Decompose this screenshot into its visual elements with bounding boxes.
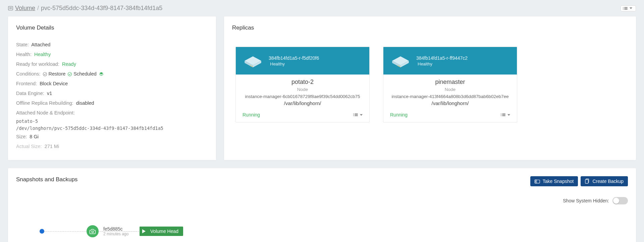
volume-details-card: Volume Details State: Attached Health: H… [8, 16, 216, 160]
replica-name: 384fb14fd1a5-r-f5df20f6 [269, 55, 319, 61]
snapshot-time: 2 minutes ago [103, 232, 128, 236]
replica-card: 384fb14fd1a5-r-f5df20f6 Healthy potato-2… [235, 47, 370, 123]
replica-node: pinemaster [387, 79, 513, 86]
chevron-down-icon [507, 114, 510, 116]
replica-health: Healthy [416, 61, 468, 66]
svg-point-20 [92, 231, 94, 233]
breadcrumb-root-link[interactable]: Volume [15, 5, 35, 12]
label-state: State: [16, 42, 29, 47]
replica-name: 384fb14fd1a5-r-ff9447c2 [416, 55, 468, 61]
svg-rect-14 [399, 66, 400, 67]
volume-details-heading: Volume Details [16, 25, 208, 31]
replica-node-label: Node [240, 87, 365, 92]
camera-icon [87, 225, 99, 237]
take-snapshot-label: Take Snapshot [543, 179, 574, 184]
chevron-down-icon [630, 7, 632, 9]
replica-state: Running [390, 112, 408, 117]
replica-path: /var/lib/longhorn/ [387, 100, 513, 106]
condition-scheduled: Scheduled [67, 69, 97, 79]
check-circle-icon [43, 72, 47, 77]
snapshots-card: Snapshots and Backups Take Snapshot Crea… [8, 168, 636, 242]
replica-card: 384fb14fd1a5-r-ff9447c2 Healthy pinemast… [383, 47, 517, 123]
value-ready: Ready [62, 61, 76, 67]
snapshot-icon [535, 179, 540, 184]
show-hidden-toggle[interactable] [612, 197, 628, 204]
breadcrumb-current: pvc-575d5ddc-334d-43f9-8147-384fb14fd1a5 [41, 5, 162, 12]
label-frontend: Frontend: [16, 81, 37, 86]
chevron-down-icon [360, 114, 363, 116]
value-engine: v1 [47, 91, 52, 96]
volume-head-node[interactable]: Volume Head [140, 227, 183, 236]
svg-point-3 [43, 72, 47, 76]
bulk-actions-icon [624, 7, 628, 10]
label-engine: Data Engine: [16, 91, 44, 96]
replica-actions-menu[interactable] [355, 113, 363, 116]
take-snapshot-button[interactable]: Take Snapshot [530, 176, 578, 186]
layers-icon [99, 71, 104, 77]
replica-path: /var/lib/longhorn/ [240, 100, 365, 106]
svg-point-4 [68, 72, 72, 76]
show-hidden-label: Show System Hidden: [563, 198, 609, 203]
svg-rect-13 [398, 65, 398, 66]
label-ready: Ready for workload: [16, 61, 59, 67]
replicas-card: Replicas 384fb14fd1a5-r-f5df20f6 Healthy… [224, 16, 636, 160]
volume-head-label: Volume Head [148, 227, 183, 235]
label-size: Size: [16, 134, 27, 139]
condition-restore-label: Restore [49, 69, 66, 79]
svg-rect-9 [252, 66, 253, 67]
replicas-heading: Replicas [232, 25, 628, 31]
value-state: Attached [31, 42, 50, 47]
page-actions-menu[interactable] [621, 5, 636, 11]
value-frontend: Block Device [40, 81, 68, 86]
bulk-actions-icon [355, 113, 358, 116]
attached-endpoint: /dev/longhorn/pvc-575d5ddc-334d-43f9-814… [16, 125, 208, 132]
replica-node: potato-2 [240, 79, 365, 86]
replica-state: Running [243, 112, 260, 117]
snapshots-heading: Snapshots and Backups [16, 176, 77, 183]
breadcrumb: Volume / pvc-575d5ddc-334d-43f9-8147-384… [8, 5, 162, 12]
check-circle-green-icon [67, 72, 72, 77]
value-rebuild: disabled [76, 100, 94, 106]
condition-scheduled-label: Scheduled [73, 69, 97, 79]
attached-node: potato-5 [16, 118, 208, 125]
disk-icon [389, 52, 412, 69]
replica-instance-manager: instance-manager-413f4664a808b3d6dd87bab… [387, 94, 513, 99]
replica-header: 384fb14fd1a5-r-ff9447c2 Healthy [383, 47, 517, 75]
svg-rect-8 [250, 65, 251, 66]
timeline-origin-dot[interactable] [40, 229, 44, 234]
replica-header: 384fb14fd1a5-r-f5df20f6 Healthy [236, 47, 369, 75]
replica-node-label: Node [387, 87, 513, 92]
value-actual: 271 Mi [45, 144, 59, 149]
replica-instance-manager: instance-manager-6cb01678729f8ae9f39c54d… [240, 94, 365, 99]
label-health: Health: [16, 52, 32, 57]
bulk-actions-icon [502, 113, 505, 116]
label-rebuild: Offline Replica Rebuilding: [16, 100, 73, 106]
value-size: 8 Gi [30, 134, 39, 139]
label-attached: Attached Node & Endpoint: [16, 110, 75, 115]
backup-icon [585, 179, 590, 184]
disk-icon [242, 52, 264, 69]
snapshot-timeline: fe5d885c 2 minutes ago Volume Head [16, 218, 628, 242]
replica-health: Healthy [269, 61, 319, 66]
breadcrumb-separator: / [37, 5, 39, 12]
snapshot-node[interactable]: fe5d885c 2 minutes ago [87, 225, 128, 237]
label-conditions: Conditions: [16, 69, 41, 79]
svg-rect-0 [8, 6, 13, 10]
replica-actions-menu[interactable] [502, 113, 510, 116]
value-health: Healthy [34, 52, 51, 57]
play-icon [140, 227, 148, 236]
snapshot-id: fe5d885c [103, 226, 128, 232]
label-actual: Actual Size: [16, 144, 42, 149]
create-backup-label: Create Backup [592, 179, 624, 184]
create-backup-button[interactable]: Create Backup [581, 176, 628, 186]
condition-restore: Restore [43, 69, 66, 79]
svg-rect-19 [585, 180, 588, 183]
list-icon [8, 6, 13, 11]
